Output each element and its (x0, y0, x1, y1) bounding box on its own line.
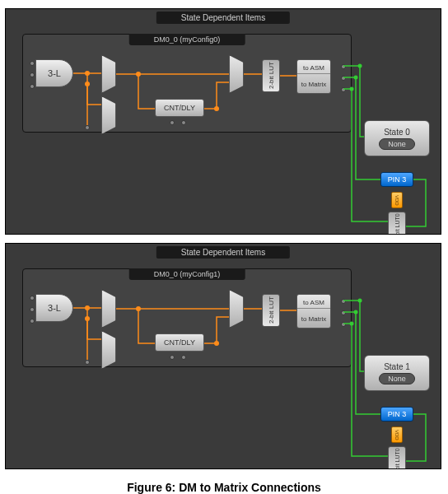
mux-right (229, 55, 244, 93)
svg-point-4 (358, 64, 362, 68)
vdd-block: VDD (391, 426, 403, 443)
gate-3L: 3-L (35, 59, 73, 87)
mux-bottom (101, 96, 116, 134)
input-node (30, 61, 35, 66)
svg-point-11 (358, 299, 362, 303)
bottom-node (85, 360, 90, 365)
to-asm-block: to ASM to Matrix (296, 294, 331, 329)
diagram-panel-1: State Dependent Items DM0_0 (myConfig1) … (5, 243, 441, 469)
vdd-block: VDD (391, 192, 403, 208)
svg-point-8 (85, 316, 90, 321)
diagram-panel-0: State Dependent Items DM0_0 (myConfig0) … (5, 8, 441, 235)
dm-block: DM0_0 (myConfig1) 3-L CNT/DLY 2-bit LUT … (22, 268, 352, 367)
mux-right (229, 290, 244, 328)
mux-top (101, 290, 116, 328)
lut2-block: 2-bit LUT (262, 59, 280, 92)
dm-block: DM0_0 (myConfig0) 3-L CNT/DLY 2-bit LUT … (22, 34, 352, 133)
pin3-block: PIN 3 (380, 172, 413, 187)
svg-point-3 (214, 106, 219, 111)
panel-title: State Dependent Items (156, 12, 290, 24)
svg-point-10 (214, 341, 219, 346)
output-node (341, 64, 346, 69)
mux-top (101, 55, 116, 93)
to-asm-label: to ASM (297, 298, 330, 309)
lut0-block: 2-bit LUT0 (388, 446, 406, 469)
figure-caption: Figure 6: DM to Matrix Connections (5, 481, 443, 494)
panel-title: State Dependent Items (156, 246, 290, 259)
state-box: State 0 None (364, 120, 430, 156)
to-matrix-label: to Matrix (297, 80, 330, 90)
to-asm-label: to ASM (297, 63, 330, 74)
lut2-block: 2-bit LUT (262, 294, 280, 327)
to-asm-block: to ASM to Matrix (296, 59, 331, 94)
svg-point-9 (136, 306, 141, 311)
bottom-node (85, 125, 90, 130)
svg-point-12 (354, 310, 358, 315)
svg-point-2 (136, 72, 141, 77)
to-matrix-label: to Matrix (297, 315, 330, 324)
state-label: State 1 (384, 362, 410, 371)
svg-point-1 (85, 82, 90, 86)
state-box: State 1 None (364, 355, 430, 391)
lut0-block: 2-bit LUT0 (388, 212, 406, 235)
svg-point-0 (85, 71, 90, 76)
dm-header: DM0_0 (myConfig1) (129, 268, 245, 280)
bottom-node (181, 355, 186, 360)
state-none-button[interactable]: None (379, 138, 415, 150)
input-node (30, 84, 35, 89)
output-node (341, 87, 346, 92)
output-node (341, 310, 346, 315)
mux-bottom (101, 331, 116, 369)
state-label: State 0 (384, 128, 410, 137)
input-node (30, 296, 35, 301)
output-node (341, 322, 346, 327)
input-node (30, 72, 35, 77)
bottom-node (170, 355, 175, 360)
input-node (30, 307, 35, 312)
pin3-block: PIN 3 (380, 407, 413, 422)
svg-point-5 (354, 76, 358, 80)
cntdly-block: CNT/DLY (155, 333, 204, 352)
gate-3L: 3-L (35, 294, 73, 322)
bottom-node (170, 120, 175, 125)
dm-header: DM0_0 (myConfig0) (129, 34, 245, 45)
input-node (30, 319, 35, 324)
output-node (341, 299, 346, 304)
cntdly-block: CNT/DLY (155, 99, 204, 117)
svg-point-7 (85, 305, 90, 310)
state-none-button[interactable]: None (379, 373, 415, 384)
output-node (341, 76, 346, 81)
bottom-node (181, 120, 186, 125)
